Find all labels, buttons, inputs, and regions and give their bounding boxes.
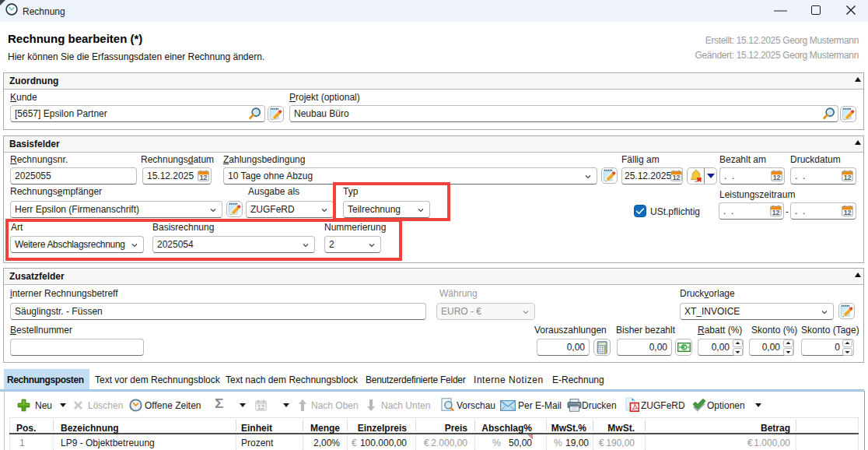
svg-text:12: 12	[257, 403, 265, 411]
